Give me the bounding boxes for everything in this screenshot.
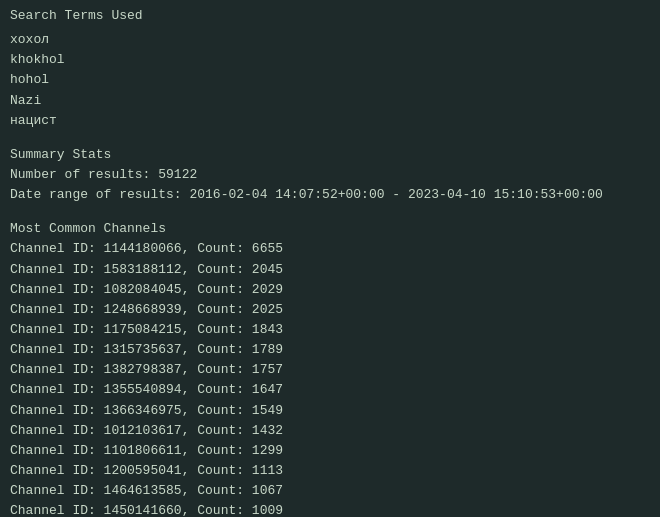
channel-item: Channel ID: 1464613585, Count: 1067 (10, 481, 650, 501)
summary-section: Summary Stats Number of results: 59122 D… (10, 145, 650, 205)
spacer-1 (10, 135, 650, 145)
channels-heading: Most Common Channels (10, 219, 650, 239)
channels-section: Most Common Channels Channel ID: 1144180… (10, 219, 650, 517)
channel-item: Channel ID: 1315735637, Count: 1789 (10, 340, 650, 360)
num-results-line: Number of results: 59122 (10, 165, 650, 185)
channel-item: Channel ID: 1200595041, Count: 1113 (10, 461, 650, 481)
channel-item: Channel ID: 1101806611, Count: 1299 (10, 441, 650, 461)
num-results-value: 59122 (158, 167, 197, 182)
channel-item: Channel ID: 1583188112, Count: 2045 (10, 260, 650, 280)
channel-item: Channel ID: 1382798387, Count: 1757 (10, 360, 650, 380)
search-terms-section: хохолkhokholhoholNaziнацист (10, 30, 650, 131)
search-term-item: hohol (10, 70, 650, 90)
channel-item: Channel ID: 1175084215, Count: 1843 (10, 320, 650, 340)
channel-item: Channel ID: 1012103617, Count: 1432 (10, 421, 650, 441)
page-title: Search Terms Used (10, 8, 143, 23)
channel-item: Channel ID: 1355540894, Count: 1647 (10, 380, 650, 400)
spacer-2 (10, 209, 650, 219)
summary-heading: Summary Stats (10, 145, 650, 165)
channel-item: Channel ID: 1144180066, Count: 6655 (10, 239, 650, 259)
date-range-line: Date range of results: 2016-02-04 14:07:… (10, 185, 650, 205)
channel-item: Channel ID: 1366346975, Count: 1549 (10, 401, 650, 421)
search-term-item: хохол (10, 30, 650, 50)
date-range-value: 2016-02-04 14:07:52+00:00 - 2023-04-10 1… (189, 187, 602, 202)
channel-item: Channel ID: 1450141660, Count: 1009 (10, 501, 650, 517)
search-term-item: нацист (10, 111, 650, 131)
num-results-label: Number of results: (10, 167, 150, 182)
search-term-item: khokhol (10, 50, 650, 70)
date-range-label: Date range of results: (10, 187, 182, 202)
channel-item: Channel ID: 1248668939, Count: 2025 (10, 300, 650, 320)
search-term-item: Nazi (10, 91, 650, 111)
header-section: Search Terms Used (10, 6, 650, 26)
channel-item: Channel ID: 1082084045, Count: 2029 (10, 280, 650, 300)
channels-list: Channel ID: 1144180066, Count: 6655Chann… (10, 239, 650, 517)
